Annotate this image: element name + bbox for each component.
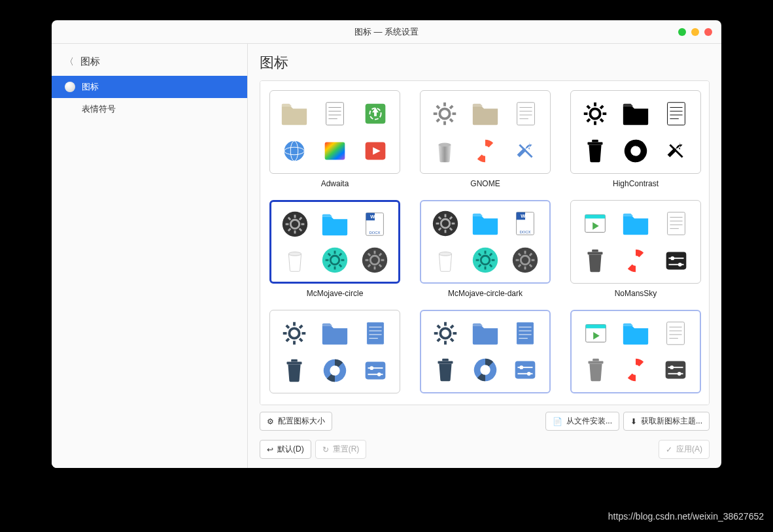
- chevron-left-icon: 〈: [65, 56, 74, 68]
- theme-item[interactable]: NoMansSky: [570, 200, 701, 298]
- svg-point-30: [590, 108, 600, 118]
- svg-rect-172: [438, 361, 453, 364]
- theme-item[interactable]: Adwaita: [269, 90, 400, 188]
- window-controls: [678, 28, 712, 36]
- preview-icon: [466, 316, 504, 350]
- preview-icon: [657, 133, 695, 168]
- svg-point-26: [438, 142, 451, 146]
- preview-icon: [426, 316, 464, 350]
- preview-icon: [275, 96, 313, 131]
- theme-label: Adwaita: [321, 179, 349, 188]
- preview-icon: [426, 133, 464, 168]
- svg-point-98: [439, 252, 451, 256]
- page-title: 图标: [260, 53, 710, 73]
- svg-line-38: [600, 105, 603, 108]
- theme-label: McMojave-circle: [307, 289, 364, 298]
- svg-rect-153: [366, 361, 386, 379]
- preview-icon: [426, 96, 464, 131]
- svg-rect-0: [326, 102, 344, 125]
- theme-grid-container[interactable]: AdwaitaGNOMEHighContrastWDOCXMcMojave-ci…: [260, 80, 710, 405]
- theme-item[interactable]: WDOCXMcMojave-circle-dark: [420, 200, 551, 298]
- preview-icon: [316, 353, 354, 388]
- theme-preview: [269, 90, 400, 174]
- preview-icon: [507, 96, 545, 131]
- svg-rect-120: [585, 214, 606, 218]
- svg-rect-127: [592, 249, 598, 252]
- preview-icon: WDOCX: [507, 207, 544, 241]
- preview-icon: [657, 316, 695, 350]
- preview-icon: [317, 243, 354, 276]
- footer-actions: ↩ 默认(D) ↻ 重置(R) ✓ 应用(A): [260, 440, 710, 459]
- preview-icon: [577, 316, 614, 350]
- preview-icon: [507, 243, 544, 277]
- svg-rect-150: [291, 359, 298, 361]
- sidebar-back[interactable]: 〈 图标: [52, 44, 247, 76]
- svg-text:W: W: [521, 213, 526, 219]
- configure-icon-size-button[interactable]: ⚙ 配置图标大小: [260, 412, 332, 431]
- svg-rect-144: [367, 322, 385, 344]
- svg-point-152: [330, 365, 339, 375]
- minimize-button[interactable]: [678, 28, 686, 36]
- preview-icon: [507, 316, 544, 350]
- preview-icon: [316, 96, 354, 131]
- preview-icon: [426, 353, 464, 387]
- svg-point-191: [630, 365, 640, 374]
- preview-icon: [356, 353, 394, 388]
- svg-rect-45: [592, 139, 598, 142]
- preview-icon: [277, 207, 314, 241]
- preview-icon: [356, 316, 394, 350]
- close-button[interactable]: [704, 28, 712, 36]
- preview-icon: [617, 133, 655, 168]
- svg-point-135: [289, 328, 299, 338]
- svg-line-141: [286, 325, 289, 327]
- svg-line-160: [451, 339, 453, 341]
- reset-icon: ↻: [322, 445, 329, 454]
- svg-rect-149: [287, 361, 302, 364]
- svg-rect-183: [667, 322, 685, 345]
- theme-item[interactable]: GNOME: [420, 90, 551, 188]
- titlebar: 图标 — 系统设置: [52, 20, 721, 44]
- undo-icon: ↩: [267, 445, 273, 454]
- preview-icon: [657, 243, 695, 278]
- window-body: 〈 图标 图标 表情符号 图标 AdwaitaGNOMEHighContrast…: [52, 44, 721, 468]
- sliders-icon: ⚙: [267, 417, 274, 426]
- button-label: 配置图标大小: [278, 416, 325, 427]
- svg-rect-192: [666, 361, 686, 379]
- theme-item[interactable]: WDOCXMcMojave-circle: [269, 200, 400, 298]
- svg-rect-167: [517, 322, 534, 345]
- svg-rect-44: [588, 142, 603, 144]
- svg-point-158: [440, 328, 450, 338]
- sidebar-item-icons[interactable]: 图标: [52, 76, 247, 98]
- install-from-file-button[interactable]: 📄 从文件安装...: [545, 412, 619, 431]
- get-new-themes-button[interactable]: ⬇ 获取新图标主题...: [623, 412, 710, 431]
- preview-icon: [317, 207, 354, 241]
- theme-item[interactable]: [420, 310, 551, 399]
- maximize-button[interactable]: [691, 28, 699, 36]
- preview-icon: [617, 316, 654, 350]
- theme-label: GNOME: [470, 179, 500, 188]
- theme-item[interactable]: [269, 310, 400, 399]
- preview-icon: [617, 96, 655, 131]
- preview-icon: [657, 96, 695, 131]
- sidebar-item-emoticons[interactable]: 表情符号: [52, 98, 247, 120]
- main-panel: 图标 AdwaitaGNOMEHighContrastWDOCXMcMojave…: [248, 44, 721, 468]
- svg-point-63: [289, 252, 301, 256]
- preview-icon: [356, 243, 393, 276]
- theme-preview: [570, 200, 701, 284]
- svg-line-20: [450, 105, 453, 108]
- svg-rect-21: [517, 102, 535, 125]
- svg-rect-126: [588, 252, 603, 254]
- preview-icon: [426, 207, 464, 241]
- preview-icon: [617, 243, 655, 278]
- defaults-button[interactable]: ↩ 默认(D): [260, 440, 311, 459]
- svg-line-14: [450, 119, 453, 122]
- toolbar: ⚙ 配置图标大小 📄 从文件安装... ⬇ 获取新图标主题...: [260, 412, 710, 431]
- preview-icon: [275, 353, 313, 388]
- download-icon: ⬇: [630, 417, 637, 426]
- svg-rect-39: [668, 102, 685, 125]
- preview-icon: [466, 133, 504, 168]
- sidebar-item-label: 图标: [82, 81, 99, 93]
- preview-icon: [657, 206, 695, 241]
- theme-item[interactable]: HighContrast: [570, 90, 701, 188]
- theme-item[interactable]: [570, 310, 701, 399]
